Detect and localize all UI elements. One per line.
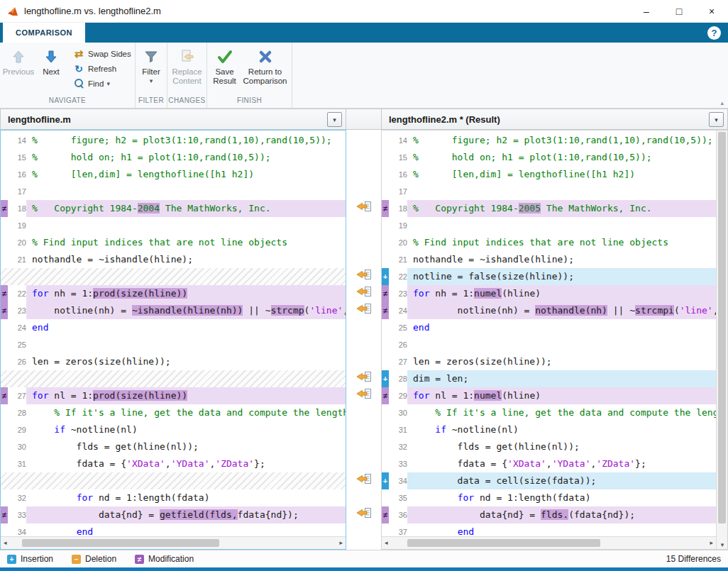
marker-slot <box>1 421 8 438</box>
code-line-14: 14% figure; h2 = plot3(1:10,rand(1,10),r… <box>382 132 716 149</box>
scroll-down-arrow-icon[interactable]: ▾ <box>717 541 728 548</box>
line-number: 29 <box>389 387 407 404</box>
line-number: 19 <box>389 217 407 234</box>
marker-slot <box>382 234 389 251</box>
left-horizontal-scrollbar[interactable]: ◂ ▸ <box>1 536 346 549</box>
return-to-comparison-button[interactable]: Return to Comparison <box>241 46 290 87</box>
left-pane-menu-button[interactable]: ▾ <box>327 112 342 127</box>
line-number: 16 <box>8 166 26 183</box>
code-text: % figure; h2 = plot3(1:10,rand(1,10),ran… <box>26 132 346 149</box>
code-text: flds = get(hline(nl)); <box>407 438 716 455</box>
merge-change-button[interactable] <box>355 303 373 316</box>
modification-marker: ≠ <box>382 506 389 523</box>
swap-sides-button[interactable]: ⇄ Swap Sides <box>70 46 134 61</box>
modification-swatch-icon: ≠ <box>135 555 144 564</box>
insertion-swatch-icon: + <box>7 555 16 564</box>
filter-section-label: FILTER <box>136 96 167 108</box>
code-line-19: 19 <box>382 217 716 234</box>
merge-change-button[interactable] <box>355 371 373 384</box>
marker-slot <box>1 234 8 251</box>
right-file-title: lengthofline2.m * (Result) <box>389 114 500 125</box>
toolstrip: Previous Next ⇄ Swap Sides ↻ Refresh <box>0 43 728 109</box>
code-text: notline = false(size(hline)); <box>407 268 716 285</box>
maximize-button[interactable]: □ <box>663 0 695 23</box>
alignment-filler-row <box>1 370 346 387</box>
marker-slot <box>382 149 389 166</box>
code-line-17: 17 <box>382 183 716 200</box>
line-number: 24 <box>8 319 26 336</box>
right-horizontal-scrollbar[interactable]: ◂ ▸ <box>382 536 716 549</box>
filter-button[interactable]: Filter ▾ <box>140 46 162 86</box>
merge-change-button[interactable] <box>355 388 373 401</box>
save-result-button[interactable]: Save Result <box>209 46 241 87</box>
scrollbar-thumb[interactable] <box>22 539 219 547</box>
find-button[interactable]: Find ▾ <box>70 76 134 91</box>
previous-button[interactable]: Previous <box>0 46 37 78</box>
vertical-scrollbar[interactable]: ▾ <box>716 131 727 549</box>
line-number: 18 <box>389 200 407 217</box>
left-code-editor[interactable]: 14% figure; h2 = plot3(1:10,rand(1,10),r… <box>1 131 346 536</box>
next-button[interactable]: Next <box>37 46 65 78</box>
line-number: 14 <box>389 132 407 149</box>
scrollbar-thumb[interactable] <box>718 132 726 523</box>
line-number: 36 <box>389 506 407 523</box>
code-line-24: ≠24 notline(nh) = nothandle(nh) || ~strc… <box>382 302 716 319</box>
merge-change-button[interactable] <box>355 286 373 299</box>
tab-comparison[interactable]: COMPARISON <box>3 23 85 43</box>
scroll-right-arrow-icon[interactable]: ▸ <box>339 537 343 549</box>
merge-change-button[interactable] <box>355 473 373 486</box>
close-button[interactable]: × <box>695 0 728 23</box>
code-text: % [len,dim] = lengthofline([h1 h2]) <box>407 166 716 183</box>
bottom-accent-strip <box>0 567 728 571</box>
scroll-left-arrow-icon[interactable]: ◂ <box>385 537 388 549</box>
minimize-button[interactable]: – <box>630 0 663 23</box>
merge-change-button[interactable] <box>355 201 373 214</box>
refresh-button[interactable]: ↻ Refresh <box>70 61 134 76</box>
merge-change-button[interactable] <box>355 269 373 282</box>
code-line-34: +34 data = cell(size(fdata)); <box>382 472 716 489</box>
scrollbar-thumb[interactable] <box>407 539 600 547</box>
code-text: if ~notline(nl) <box>407 421 716 438</box>
refresh-icon: ↻ <box>72 63 85 74</box>
line-number: 31 <box>389 421 407 438</box>
right-pane: lengthofline2.m * (Result) ▾ 14% figure;… <box>381 109 728 550</box>
changes-group: Replace Content CHANGES <box>167 43 207 108</box>
code-line-32: 32 flds = get(hline(nl)); <box>382 438 716 455</box>
marker-slot <box>382 251 389 268</box>
collapse-toolstrip-button[interactable]: ▴ <box>720 99 724 106</box>
right-pane-header: lengthofline2.m * (Result) ▾ <box>381 109 728 130</box>
right-code-editor[interactable]: 14% figure; h2 = plot3(1:10,rand(1,10),r… <box>382 131 716 536</box>
modification-marker: ≠ <box>1 200 8 217</box>
code-line-35: 35 for nd = 1:length(fdata) <box>382 489 716 506</box>
marker-slot <box>1 353 8 370</box>
code-text: fdata = {'XData','YData','ZData'}; <box>26 455 346 472</box>
help-button[interactable]: ? <box>707 26 721 40</box>
line-number: 34 <box>8 523 26 536</box>
code-line-32: 32 for nd = 1:length(fdata) <box>1 489 346 506</box>
scroll-left-arrow-icon[interactable]: ◂ <box>4 537 7 549</box>
marker-slot <box>382 183 389 200</box>
modification-marker: ≠ <box>1 285 8 302</box>
code-text: % hold on; h1 = plot(1:10,rand(10,5)); <box>26 149 346 166</box>
code-text: % Find input indices that are not line o… <box>26 234 346 251</box>
code-text: notline(nh) = nothandle(nh) || ~strcmpi(… <box>407 302 716 319</box>
line-number: 30 <box>389 404 407 421</box>
checkmark-icon <box>216 48 234 66</box>
line-number: 33 <box>8 506 26 523</box>
marker-slot <box>382 421 389 438</box>
swap-arrows-icon: ⇄ <box>72 48 85 60</box>
previous-arrow-icon <box>9 48 28 66</box>
scroll-right-arrow-icon[interactable]: ▸ <box>710 537 713 549</box>
insertion-marker: + <box>382 268 389 285</box>
marker-slot <box>1 336 8 353</box>
line-number: 25 <box>8 336 26 353</box>
code-line-18: ≠18% Copyright 1984-2005 The MathWorks, … <box>382 200 716 217</box>
code-line-30: 30 flds = get(hline(nl)); <box>1 438 346 455</box>
merge-change-button[interactable] <box>355 507 373 520</box>
right-pane-menu-button[interactable]: ▾ <box>709 112 724 127</box>
code-line-29: ≠29for nl = 1:numel(hline) <box>382 387 716 404</box>
diff-gutter <box>346 109 381 550</box>
replace-content-button[interactable]: Replace Content <box>168 46 206 87</box>
line-number: 17 <box>8 183 26 200</box>
line-number: 24 <box>389 302 407 319</box>
